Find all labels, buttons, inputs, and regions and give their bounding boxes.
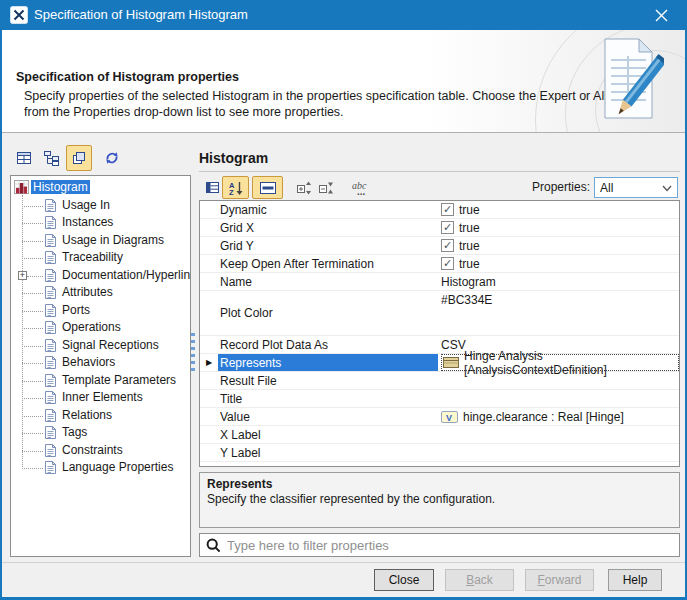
property-value[interactable]: #BC334E [438,291,679,335]
checkbox-icon[interactable]: ✓ [441,203,454,216]
checkbox-icon[interactable]: ✓ [441,221,454,234]
property-row-result-file[interactable]: Result File [200,372,679,390]
element-reference[interactable]: Hinge Analysis [AnalysisContextDefinitio… [441,354,679,371]
tabular-view-button[interactable] [12,145,36,171]
expander-icon[interactable]: + [18,271,27,280]
property-row-grid-y[interactable]: Grid Y✓true [200,237,679,255]
property-value[interactable] [438,372,679,389]
sort-alphabetically-button[interactable]: AZ [222,176,249,199]
property-value[interactable]: ✓true [438,201,679,218]
property-value[interactable]: ✓true [438,255,679,272]
tree-item-operations[interactable]: Operations [11,319,190,337]
row-gutter [200,336,218,353]
panel-splitter-handle[interactable] [191,333,195,371]
expand-nodes-button[interactable] [292,176,315,199]
tree-item-label: Tags [60,425,89,439]
property-group-icon [44,198,57,213]
checkbox-value-text: true [459,203,480,217]
value-reference-text: hinge.clearance : Real [Hinge] [463,410,624,424]
tree-item-behaviors[interactable]: Behaviors [11,354,190,372]
collapse-nodes-button[interactable] [314,176,337,199]
row-gutter [200,444,218,461]
tree-item-language-properties[interactable]: Language Properties [11,459,190,477]
property-value[interactable] [438,390,679,407]
property-value[interactable]: Histogram [438,273,679,290]
close-button[interactable] [641,0,681,30]
tree-item-documentation-hyperlinks[interactable]: +Documentation/Hyperlinks [11,267,190,285]
tree-item-constraints[interactable]: Constraints [11,442,190,460]
tree-item-usage-in[interactable]: Usage In [11,197,190,215]
categorized-view-button[interactable] [201,176,223,199]
document-pencil-icon [598,36,664,128]
window-title: Specification of Histogram Histogram [34,7,248,22]
analysis-context-block-icon [443,356,459,369]
tree-item-label: Usage in Diagrams [60,233,166,247]
property-group-icon [44,215,57,230]
value-property-icon: V [441,411,458,423]
app-icon [10,6,28,24]
property-group-icon [44,390,57,405]
properties-dropdown[interactable]: All [594,177,678,198]
tree-structure-view-button[interactable] [38,145,64,171]
tree-item-instances[interactable]: Instances [11,214,190,232]
check-spelling-button[interactable]: abc... [347,176,379,199]
property-value[interactable] [438,444,679,461]
property-row-grid-x[interactable]: Grid X✓true [200,219,679,237]
property-value[interactable]: Vhinge.clearance : Real [Hinge] [438,408,679,425]
row-gutter [200,201,218,218]
filter-properties-input[interactable] [199,533,680,557]
help-button[interactable]: Help [608,569,662,591]
tree-item-ports[interactable]: Ports [11,302,190,320]
property-row-name[interactable]: NameHistogram [200,273,679,291]
property-value[interactable]: Hinge Analysis [AnalysisContextDefinitio… [438,354,679,371]
show-description-button[interactable] [252,176,283,199]
tree-branch-line [22,241,43,242]
property-row-plot-color[interactable]: Plot Color#BC334E [200,291,679,336]
tree-item-traceability[interactable]: Traceability [11,249,190,267]
property-row-keep-open-after-termination[interactable]: Keep Open After Termination✓true [200,255,679,273]
tree-item-label: Behaviors [60,355,117,369]
close-icon [655,9,668,22]
tree-root-row[interactable]: Histogram [11,179,190,197]
property-name: Value [218,408,438,425]
tree-item-label: Template Parameters [60,373,178,387]
property-value[interactable]: ✓true [438,237,679,254]
property-name: Name [218,273,438,290]
tree-structure-view-icon [43,150,60,166]
svg-text:Z: Z [229,188,234,196]
tree-item-label: Signal Receptions [60,338,161,352]
property-group-icon [44,268,57,283]
property-row-y-label[interactable]: Y Label [200,444,679,462]
property-name: Plot Color [218,291,438,335]
tree-branch-line [22,311,43,312]
property-group-icon [44,285,57,300]
filter-field-wrap [199,533,680,557]
property-row-dynamic[interactable]: Dynamic✓true [200,201,679,219]
checkbox-icon[interactable]: ✓ [441,257,454,270]
tree-item-relations[interactable]: Relations [11,407,190,425]
tree-item-signal-receptions[interactable]: Signal Receptions [11,337,190,355]
tree-branch-line [22,363,43,364]
collapse-nodes-icon [317,180,334,196]
property-group-icon [44,443,57,458]
chevron-down-icon [662,185,672,192]
property-value[interactable] [438,426,679,443]
tree-item-label: Operations [60,320,123,334]
property-description-text: Specify the classifier represented by th… [207,492,672,506]
stacked-view-button[interactable] [66,145,92,171]
property-row-title[interactable]: Title [200,390,679,408]
tree-item-tags[interactable]: Tags [11,424,190,442]
checkbox-icon[interactable]: ✓ [441,239,454,252]
close-button[interactable]: Close [374,569,434,591]
property-row-represents[interactable]: ▶RepresentsHinge Analysis [AnalysisConte… [200,354,679,372]
property-row-value[interactable]: ValueVhinge.clearance : Real [Hinge] [200,408,679,426]
tree-toolbar [10,145,190,173]
tree-item-template-parameters[interactable]: Template Parameters [11,372,190,390]
refresh-button[interactable] [100,145,124,171]
property-value[interactable]: ✓true [438,219,679,236]
tree-item-attributes[interactable]: Attributes [11,284,190,302]
property-row-x-label[interactable]: X Label [200,426,679,444]
tree-item-usage-in-diagrams[interactable]: Usage in Diagrams [11,232,190,250]
tree-item-inner-elements[interactable]: Inner Elements [11,389,190,407]
footer-divider [2,562,685,563]
